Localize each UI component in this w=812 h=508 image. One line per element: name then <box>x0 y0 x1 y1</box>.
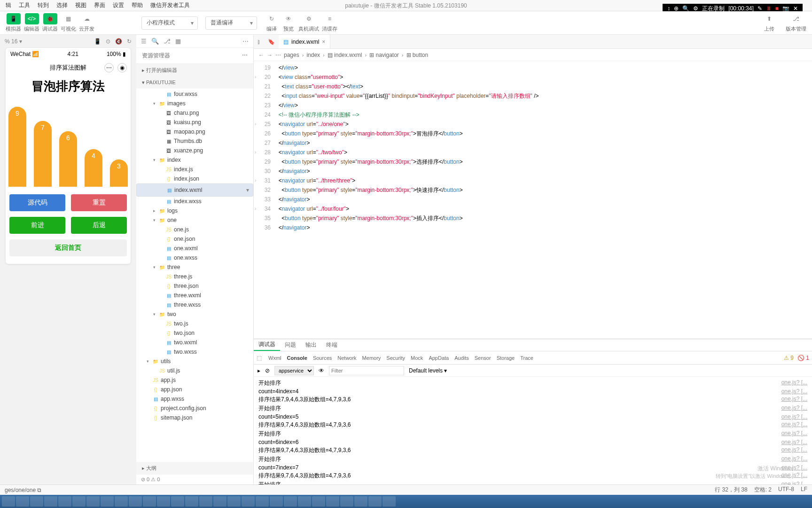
rotate-icon[interactable]: ↻ <box>127 38 132 45</box>
taskbar-item[interactable] <box>58 496 71 507</box>
source-button[interactable]: 源代码 <box>9 194 65 211</box>
taskbar-item[interactable] <box>298 496 311 507</box>
capsule-menu-icon[interactable]: ⋯ <box>104 63 114 72</box>
devtools-tab[interactable]: 问题 <box>280 339 301 351</box>
tree-node[interactable]: ▤app.wxss <box>136 394 253 404</box>
edit-icon[interactable]: ✎ <box>756 5 764 12</box>
tree-node[interactable]: 🖼kuaisu.png <box>136 118 253 127</box>
taskbar-item[interactable] <box>326 496 339 507</box>
version-mgmt-button[interactable]: ⎇版本管理 <box>786 13 806 32</box>
tree-node[interactable]: ▤three.wxml <box>136 291 253 300</box>
tree-node[interactable]: {}sitemap.json <box>136 413 253 422</box>
taskbar-item[interactable] <box>383 496 396 507</box>
taskbar-item[interactable] <box>101 496 114 507</box>
extension-icon[interactable]: ▦ <box>175 38 181 45</box>
devtools-tab[interactable]: 输出 <box>301 339 321 351</box>
devtools-tab[interactable]: 调试器 <box>254 339 280 351</box>
taskbar-item[interactable] <box>270 496 283 507</box>
project-section[interactable]: ▾ PAIXUTUJIE <box>136 77 253 88</box>
menu-item[interactable]: 转到 <box>34 1 53 9</box>
breadcrumb[interactable]: ← → ⋯ pages› index› ▤ index.wxml› ⊞ navi… <box>254 49 812 61</box>
camera-icon[interactable]: 📷 <box>781 5 791 12</box>
zoom-select[interactable]: % 16 ▾ <box>5 38 22 45</box>
clear-cache-button[interactable]: ≡清缓存 <box>322 13 337 32</box>
stop-icon[interactable]: ■ <box>773 5 781 12</box>
tree-node[interactable]: JSindex.js <box>136 165 253 174</box>
tree-node[interactable]: JStwo.js <box>136 319 253 328</box>
mute-icon[interactable]: 🔇 <box>115 38 122 45</box>
split-icon[interactable]: ⫿ <box>254 39 264 45</box>
taskbar-item[interactable] <box>354 496 367 507</box>
tree-node[interactable]: ▦Thumbs.db <box>136 136 253 146</box>
nav-fwd-icon[interactable]: → <box>267 52 273 58</box>
tree-node[interactable]: {}project.config.json <box>136 404 253 413</box>
devtools-subtab[interactable]: Mock <box>408 355 426 361</box>
tree-node[interactable]: {}app.json <box>136 385 253 394</box>
menu-item[interactable]: 设置 <box>109 1 128 9</box>
visual-toggle[interactable]: ▦可视化 <box>61 13 76 32</box>
close-tab-icon[interactable]: × <box>322 39 325 45</box>
home-button[interactable]: 返回首页 <box>9 239 127 256</box>
tree-node[interactable]: {}index.json <box>136 174 253 183</box>
devtools-subtab[interactable]: Sensor <box>472 355 494 361</box>
record-icon[interactable]: ⊙ <box>106 38 110 45</box>
tree-node[interactable]: JSapp.js <box>136 375 253 385</box>
tree-node[interactable]: JSthree.js <box>136 272 253 281</box>
preview-button[interactable]: 👁预览 <box>281 13 296 32</box>
devtools-subtab[interactable]: Sources <box>310 355 335 361</box>
cloud-toggle[interactable]: ☁云开发 <box>79 13 94 32</box>
devtools-subtab[interactable]: Network <box>335 355 359 361</box>
tree-node[interactable]: ▾📁one <box>136 215 253 225</box>
search-icon[interactable]: 🔍 <box>680 5 691 12</box>
tree-node[interactable]: ▤three.wxss <box>136 300 253 310</box>
taskbar-item[interactable] <box>312 496 325 507</box>
tree-node[interactable]: ▸📁logs <box>136 206 253 215</box>
eye-icon[interactable]: 👁 <box>319 367 324 374</box>
tree-node[interactable]: ▤four.wxss <box>136 89 253 99</box>
devtools-subtab[interactable]: Security <box>383 355 408 361</box>
simulator-toggle[interactable]: 📱模拟器 <box>6 13 21 32</box>
menu-item[interactable]: 视图 <box>71 1 90 9</box>
inspect-icon[interactable]: ⬚ <box>257 355 262 361</box>
compile-select[interactable]: 普通编译 <box>205 16 257 30</box>
reset-button[interactable]: 重置 <box>71 194 127 211</box>
menu-item[interactable]: 界面 <box>90 1 109 9</box>
tree-node[interactable]: {}two.json <box>136 328 253 338</box>
tree-node[interactable]: ▾📁two <box>136 310 253 319</box>
menu-item[interactable]: 辑 <box>2 1 15 9</box>
devtools-subtab[interactable]: Memory <box>359 355 384 361</box>
taskbar-item[interactable] <box>30 496 43 507</box>
sidebar-icon[interactable]: ☰ <box>141 38 147 45</box>
toggle-sidebar-icon[interactable]: ▸ <box>258 367 260 374</box>
console-output[interactable]: 开始排序one.js? [...count=4index=4one.js? [.… <box>254 377 812 484</box>
tree-node[interactable]: {}three.json <box>136 281 253 291</box>
taskbar-item[interactable] <box>72 496 86 507</box>
windows-taskbar[interactable] <box>0 495 812 508</box>
tree-node[interactable]: 🖼charu.png <box>136 108 253 118</box>
nav-back-icon[interactable]: ← <box>258 52 264 58</box>
taskbar-item[interactable] <box>2 496 15 507</box>
filter-input[interactable] <box>329 366 404 375</box>
taskbar-item[interactable] <box>143 496 156 507</box>
expand-icon[interactable]: ↕ <box>665 5 672 12</box>
move-icon[interactable]: ⊕ <box>672 5 680 12</box>
devtools-subtab[interactable]: Console <box>284 355 310 361</box>
eol-label[interactable]: LF <box>801 486 807 494</box>
tree-node[interactable]: ▾📁images <box>136 99 253 108</box>
pause-icon[interactable]: ⏸ <box>764 5 773 12</box>
tree-node[interactable]: ▤two.wxss <box>136 347 253 357</box>
indent-label[interactable]: 空格: 2 <box>754 486 772 494</box>
devtools-subtab[interactable]: Storage <box>494 355 518 361</box>
tree-node[interactable]: ▾📁utils <box>136 357 253 366</box>
tree-node[interactable]: JSutil.js <box>136 366 253 375</box>
tree-node[interactable]: {}one.json <box>136 234 253 244</box>
taskbar-item[interactable] <box>86 496 100 507</box>
levels-select[interactable]: Default levels ▾ <box>409 367 447 374</box>
taskbar-item[interactable] <box>157 496 170 507</box>
tree-node[interactable]: ▾📁three <box>136 262 253 272</box>
code-editor[interactable]: 192021222324252627282930313233343536 </v… <box>254 61 812 339</box>
devtools-tab[interactable]: 终端 <box>321 339 342 351</box>
mode-select[interactable]: 小程序模式 <box>141 16 198 30</box>
menu-item[interactable]: 选择 <box>53 1 71 9</box>
compile-button[interactable]: ↻编译 <box>265 13 279 32</box>
